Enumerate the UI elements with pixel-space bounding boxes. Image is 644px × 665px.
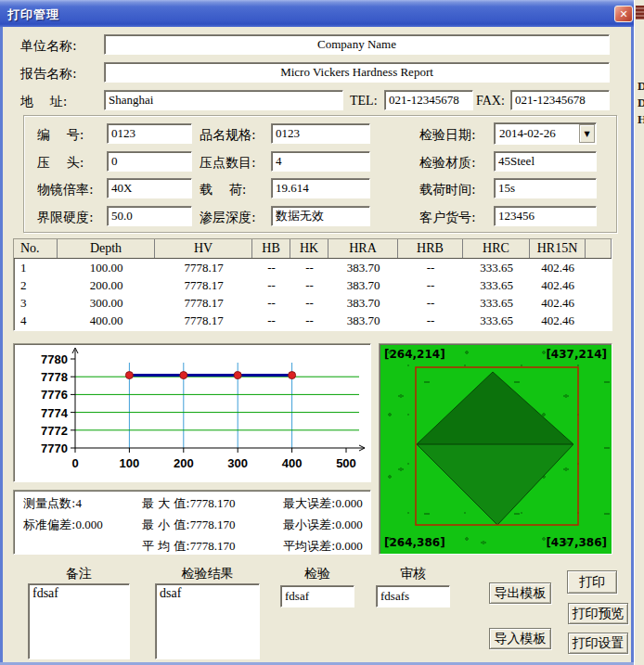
load-input[interactable] bbox=[271, 178, 370, 198]
stddev-label: 标准偏差: bbox=[23, 518, 75, 531]
close-button[interactable]: ✕ bbox=[614, 6, 633, 22]
import-template-button[interactable]: 导入模板 bbox=[489, 628, 551, 649]
stats-row-2: 标准偏差:0.000 最 小 值:7778.170 最小误差:0.000 bbox=[14, 517, 370, 533]
max-error-label: 最大误差: bbox=[283, 496, 335, 510]
point-count-input[interactable] bbox=[271, 151, 370, 172]
background-window-edge: D D H bbox=[634, 0, 644, 665]
svg-text:200: 200 bbox=[174, 456, 194, 470]
min-label: 最 小 值: bbox=[142, 518, 190, 531]
min-error-label: 最小误差: bbox=[283, 518, 335, 531]
hardness-line-chart: 7770777277747776777877800100200300400500 bbox=[14, 344, 370, 481]
background-window-icon bbox=[636, 6, 644, 19]
svg-text:100: 100 bbox=[120, 456, 140, 470]
customer-no-label: 客户货号: bbox=[419, 210, 476, 226]
inspect-result-label: 检验结果 bbox=[155, 566, 260, 582]
results-table-header: No.DepthHVHBHKHRAHRBHRCHR15N bbox=[14, 239, 612, 259]
stats-row-3: 平 均 值:7778.170 平均误差:0.000 bbox=[14, 538, 370, 555]
svg-text:7776: 7776 bbox=[41, 388, 68, 402]
avg-value: 7778.170 bbox=[190, 539, 236, 553]
max-error-value: 0.000 bbox=[335, 496, 362, 510]
inspect-date-combobox[interactable]: 2014-02-26 ▼ bbox=[494, 122, 597, 145]
hardness-chart-panel: 7770777277747776777877800100200300400500 bbox=[13, 343, 371, 482]
corner-coordinate-bottom-left: [264,386] bbox=[384, 536, 445, 549]
indentation-diamond-upper bbox=[417, 372, 573, 444]
auditor-input[interactable] bbox=[376, 585, 450, 607]
specimen-image: [264,214] [437,214] [264,386] [437,386] bbox=[380, 345, 611, 553]
svg-text:7780: 7780 bbox=[41, 352, 68, 366]
chevron-down-icon: ▼ bbox=[584, 130, 589, 138]
material-input[interactable] bbox=[494, 151, 597, 172]
inspect-date-dropdown-button[interactable]: ▼ bbox=[579, 124, 595, 143]
statistics-panel: 测量点数:4 最 大 值:7778.170 最大误差:0.000 标准偏差:0.… bbox=[13, 490, 371, 555]
report-name-label: 报告名称: bbox=[20, 66, 77, 83]
magnification-label: 物镜倍率: bbox=[37, 182, 94, 198]
company-name-label: 单位名称: bbox=[20, 38, 77, 55]
inspect-date-label: 检验日期: bbox=[419, 127, 476, 144]
report-name-input[interactable] bbox=[104, 62, 610, 83]
min-value: 7778.170 bbox=[190, 518, 236, 531]
print-manager-dialog: 打印管理 ✕ D D H 单位名称: 报告名称: 地 址: TEL: FAX: … bbox=[0, 0, 644, 665]
count-label: 测量点数: bbox=[23, 496, 75, 510]
table-row: 2200.007778.17----383.70--333.65402.46 bbox=[14, 276, 612, 294]
product-spec-input[interactable] bbox=[271, 123, 370, 144]
company-name-input[interactable] bbox=[104, 34, 610, 55]
tel-input[interactable] bbox=[384, 90, 473, 110]
print-button[interactable]: 打印 bbox=[567, 570, 617, 594]
export-template-button[interactable]: 导出模板 bbox=[489, 582, 551, 604]
svg-text:500: 500 bbox=[336, 456, 356, 470]
close-icon: ✕ bbox=[619, 8, 627, 20]
customer-no-input[interactable] bbox=[494, 206, 597, 226]
svg-text:300: 300 bbox=[227, 456, 248, 470]
svg-text:7778: 7778 bbox=[41, 370, 68, 384]
case-depth-label: 渗层深度: bbox=[200, 210, 256, 226]
serial-input[interactable] bbox=[107, 123, 192, 144]
avg-label: 平 均 值: bbox=[142, 539, 190, 553]
specimen-image-panel: [264,214] [437,214] [264,386] [437,386] bbox=[379, 343, 612, 555]
avg-error-label: 平均误差: bbox=[283, 539, 335, 553]
count-value: 4 bbox=[75, 496, 82, 510]
remark-label: 备注 bbox=[28, 566, 130, 582]
window-border-left bbox=[0, 0, 3, 665]
stats-row-1: 测量点数:4 最 大 值:7778.170 最大误差:0.000 bbox=[14, 495, 370, 512]
fax-input[interactable] bbox=[510, 90, 610, 110]
remark-textarea[interactable]: fdsaf bbox=[28, 583, 130, 659]
stddev-value: 0.000 bbox=[75, 518, 102, 531]
avg-error-value: 0.000 bbox=[335, 539, 362, 553]
load-label: 载 荷: bbox=[200, 182, 247, 198]
indentation-diamond-lower bbox=[417, 444, 573, 525]
product-spec-label: 品名规格: bbox=[200, 127, 256, 144]
point-count-label: 压点数目: bbox=[200, 155, 256, 172]
inspector-label: 检验 bbox=[280, 566, 354, 582]
fax-label: FAX: bbox=[476, 94, 505, 109]
svg-text:7770: 7770 bbox=[41, 441, 68, 455]
results-table: No.DepthHVHBHKHRAHRBHRCHR15N 1100.007778… bbox=[13, 238, 612, 331]
indenter-input[interactable] bbox=[107, 151, 192, 172]
corner-coordinate-top-right: [437,214] bbox=[546, 348, 607, 361]
address-label: 地 址: bbox=[20, 94, 68, 110]
svg-text:0: 0 bbox=[71, 456, 78, 470]
inspect-result-textarea[interactable]: dsaf bbox=[155, 583, 260, 659]
inspect-date-value: 2014-02-26 bbox=[495, 123, 578, 144]
material-label: 检验材质: bbox=[419, 155, 476, 172]
title-bar[interactable]: 打印管理 bbox=[0, 0, 634, 27]
case-depth-input[interactable] bbox=[271, 206, 370, 226]
max-value: 7778.170 bbox=[190, 496, 236, 510]
table-row: 4400.007778.17----383.70--333.65402.46 bbox=[14, 312, 612, 329]
auditor-label: 审核 bbox=[376, 566, 450, 582]
max-label: 最 大 值: bbox=[142, 496, 190, 510]
background-window-text: D D H bbox=[638, 78, 644, 128]
limit-hardness-input[interactable] bbox=[107, 206, 192, 226]
address-input[interactable] bbox=[104, 90, 343, 110]
print-preview-button[interactable]: 打印预览 bbox=[568, 603, 628, 624]
indentation-graphic bbox=[380, 345, 611, 553]
corner-coordinate-top-left: [264,214] bbox=[384, 348, 445, 361]
print-settings-button[interactable]: 打印设置 bbox=[568, 633, 628, 654]
inspector-input[interactable] bbox=[280, 585, 354, 607]
window-title: 打印管理 bbox=[7, 6, 59, 23]
svg-text:400: 400 bbox=[282, 456, 303, 470]
magnification-input[interactable] bbox=[107, 178, 192, 198]
load-time-label: 载荷时间: bbox=[419, 182, 476, 198]
serial-label: 编 号: bbox=[37, 127, 84, 144]
load-time-input[interactable] bbox=[494, 178, 597, 198]
min-error-value: 0.000 bbox=[335, 518, 362, 531]
